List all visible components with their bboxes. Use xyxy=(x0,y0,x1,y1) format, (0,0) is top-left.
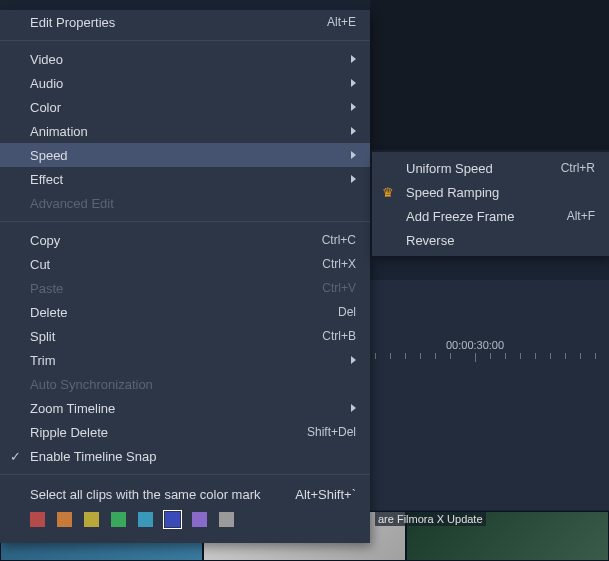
chevron-right-icon xyxy=(351,103,356,111)
menu-trim[interactable]: Trim xyxy=(0,348,370,372)
menu-shortcut: Alt+Shift+` xyxy=(295,487,356,502)
menu-shortcut: Ctrl+C xyxy=(322,233,356,247)
menu-edit-properties[interactable]: Edit Properties Alt+E xyxy=(0,10,370,34)
menu-label: Reverse xyxy=(406,233,595,248)
chevron-right-icon xyxy=(351,127,356,135)
menu-shortcut: Ctrl+B xyxy=(322,329,356,343)
menu-copy[interactable]: Copy Ctrl+C xyxy=(0,228,370,252)
menu-ripple-delete[interactable]: Ripple Delete Shift+Del xyxy=(0,420,370,444)
color-swatch-purple[interactable] xyxy=(192,512,207,527)
chevron-right-icon xyxy=(351,79,356,87)
chevron-right-icon xyxy=(351,175,356,183)
color-swatch-gray[interactable] xyxy=(219,512,234,527)
preview-area xyxy=(370,0,609,150)
speed-submenu: Uniform Speed Ctrl+R ♛ Speed Ramping Add… xyxy=(372,152,609,256)
menu-label: Trim xyxy=(30,353,343,368)
menu-speed[interactable]: Speed xyxy=(0,143,370,167)
menu-label: Ripple Delete xyxy=(30,425,307,440)
menu-label: Copy xyxy=(30,233,322,248)
menu-shortcut: Del xyxy=(338,305,356,319)
menu-shortcut: Alt+E xyxy=(327,15,356,29)
menu-label: Animation xyxy=(30,124,343,139)
submenu-reverse[interactable]: Reverse xyxy=(372,228,609,252)
menu-label: Effect xyxy=(30,172,343,187)
menu-label: Paste xyxy=(30,281,322,296)
menu-advanced-edit: Advanced Edit xyxy=(0,191,370,215)
menu-separator xyxy=(0,40,370,41)
menu-split[interactable]: Split Ctrl+B xyxy=(0,324,370,348)
menu-label: Zoom Timeline xyxy=(30,401,343,416)
submenu-speed-ramping[interactable]: ♛ Speed Ramping xyxy=(372,180,609,204)
menu-shortcut: Alt+F xyxy=(567,209,595,223)
menu-separator xyxy=(0,474,370,475)
menu-label: Auto Synchronization xyxy=(30,377,356,392)
menu-enable-snap[interactable]: ✓ Enable Timeline Snap xyxy=(0,444,370,468)
menu-cut[interactable]: Cut Ctrl+X xyxy=(0,252,370,276)
color-mark-label: Select all clips with the same color mar… xyxy=(30,487,260,502)
menu-animation[interactable]: Animation xyxy=(0,119,370,143)
menu-separator xyxy=(0,221,370,222)
context-menu: Edit Properties Alt+E Video Audio Color … xyxy=(0,10,370,543)
timeline-timecode: 00:00:30:00 xyxy=(446,339,504,351)
menu-video[interactable]: Video xyxy=(0,47,370,71)
color-swatch-orange[interactable] xyxy=(57,512,72,527)
menu-label: Add Freeze Frame xyxy=(406,209,567,224)
menu-label: Split xyxy=(30,329,322,344)
timeline-area xyxy=(370,280,609,510)
menu-label: Audio xyxy=(30,76,343,91)
menu-color[interactable]: Color xyxy=(0,95,370,119)
menu-label: Edit Properties xyxy=(30,15,327,30)
crown-icon: ♛ xyxy=(382,185,394,200)
chevron-right-icon xyxy=(351,356,356,364)
menu-effect[interactable]: Effect xyxy=(0,167,370,191)
submenu-uniform-speed[interactable]: Uniform Speed Ctrl+R xyxy=(372,156,609,180)
chevron-right-icon xyxy=(351,404,356,412)
menu-delete[interactable]: Delete Del xyxy=(0,300,370,324)
menu-label: Video xyxy=(30,52,343,67)
color-swatch-cyan[interactable] xyxy=(138,512,153,527)
color-swatch-green[interactable] xyxy=(111,512,126,527)
menu-auto-sync: Auto Synchronization xyxy=(0,372,370,396)
menu-label: Uniform Speed xyxy=(406,161,561,176)
menu-label: Speed xyxy=(30,148,343,163)
chevron-right-icon xyxy=(351,151,356,159)
color-swatch-row xyxy=(30,512,356,527)
menu-label: Delete xyxy=(30,305,338,320)
menu-shortcut: Ctrl+R xyxy=(561,161,595,175)
color-swatch-red[interactable] xyxy=(30,512,45,527)
menu-label: Enable Timeline Snap xyxy=(30,449,356,464)
clip-title-overlay: are Filmora X Update xyxy=(375,512,486,526)
menu-shortcut: Shift+Del xyxy=(307,425,356,439)
color-mark-section: Select all clips with the same color mar… xyxy=(0,481,370,533)
menu-label: Cut xyxy=(30,257,322,272)
menu-shortcut: Ctrl+V xyxy=(322,281,356,295)
submenu-add-freeze-frame[interactable]: Add Freeze Frame Alt+F xyxy=(372,204,609,228)
chevron-right-icon xyxy=(351,55,356,63)
color-swatch-yellow[interactable] xyxy=(84,512,99,527)
menu-label: Advanced Edit xyxy=(30,196,356,211)
menu-zoom-timeline[interactable]: Zoom Timeline xyxy=(0,396,370,420)
menu-audio[interactable]: Audio xyxy=(0,71,370,95)
menu-label: Speed Ramping xyxy=(406,185,595,200)
menu-shortcut: Ctrl+X xyxy=(322,257,356,271)
menu-label: Color xyxy=(30,100,343,115)
timeline-ruler[interactable] xyxy=(370,353,609,363)
color-swatch-blue[interactable] xyxy=(165,512,180,527)
check-icon: ✓ xyxy=(10,449,21,464)
menu-paste: Paste Ctrl+V xyxy=(0,276,370,300)
